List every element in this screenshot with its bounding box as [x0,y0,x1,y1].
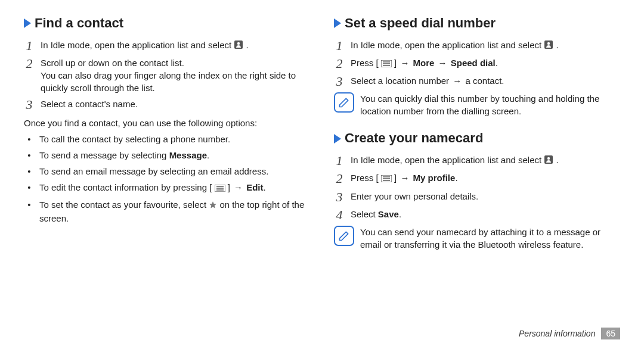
step-item: 2 Press [ ] → My profile. [334,172,620,186]
step-number: 1 [334,39,345,53]
note-text: You can quickly dial this number by touc… [360,92,620,117]
step-item: 3 Select a contact's name. [24,98,310,112]
section-heading: Set a speed dial number [334,14,620,33]
section-find-contact: Find a contact 1 In Idle mode, open the … [24,14,310,225]
steps-list: 1 In Idle mode, open the application lis… [334,154,620,222]
step-text: In Idle mode, open the application list … [351,39,620,52]
list-text: To set the contact as your favourite, se… [39,198,310,225]
step-item: 3 Enter your own personal details. [334,190,620,204]
chevron-right-icon [24,18,31,28]
step-number: 4 [334,208,345,222]
list-text: To edit the contact information by press… [39,181,266,195]
footer-section: Personal information [519,329,595,338]
step-text: Select Save. [351,208,620,220]
list-text: To send an email message by selecting an… [39,165,268,177]
chevron-right-icon [334,18,341,28]
bullet-icon: • [24,181,35,195]
bullet-icon: • [24,133,35,145]
bullet-icon: • [24,165,35,177]
step-item: 4 Select Save. [334,208,620,222]
menu-icon [215,182,225,195]
section-heading: Find a contact [24,14,310,33]
step-number: 3 [24,98,35,112]
contacts-icon [544,155,553,167]
note-box: You can quickly dial this number by touc… [334,92,620,117]
section-title: Find a contact [35,14,123,33]
note-text: You can send your namecard by attaching … [360,226,620,251]
step-text: Press [ ] → My profile. [351,172,620,185]
svg-point-7 [547,42,550,45]
chevron-right-icon [334,134,341,144]
star-icon [209,200,217,212]
page-number: 65 [601,328,620,339]
right-column: Set a speed dial number 1 In Idle mode, … [334,14,620,320]
section-speed-dial: Set a speed dial number 1 In Idle mode, … [334,14,620,117]
paragraph: Once you find a contact, you can use the… [24,117,310,129]
svg-point-13 [547,157,550,160]
list-item: • To set the contact as your favourite, … [24,198,310,225]
step-number: 2 [334,57,345,71]
step-text: Select a location number → a contact. [351,74,620,87]
list-item: • To send an email message by selecting … [24,165,310,177]
step-text: Select a contact's name. [41,98,310,110]
step-text: Press [ ] → More → Speed dial. [351,57,620,70]
contacts-icon [234,40,243,52]
list-text: To call the contact by selecting a phone… [39,133,230,145]
step-number: 3 [334,74,345,89]
step-text: Scroll up or down on the contact list. Y… [41,57,310,94]
step-item: 3 Select a location number → a contact. [334,74,620,89]
svg-point-1 [237,42,240,45]
steps-list: 1 In Idle mode, open the application lis… [24,39,310,112]
step-number: 2 [24,57,35,71]
step-number: 2 [334,172,345,186]
page-footer: Personal information 65 [0,328,644,345]
step-item: 2 Press [ ] → More → Speed dial. [334,57,620,71]
bullet-icon: • [24,149,35,161]
page-content: Find a contact 1 In Idle mode, open the … [0,0,644,328]
step-item: 2 Scroll up or down on the contact list.… [24,57,310,94]
section-namecard: Create your namecard 1 In Idle mode, ope… [334,129,620,251]
list-item: • To send a message by selecting Message… [24,149,310,161]
note-icon [334,92,354,113]
section-title: Set a speed dial number [345,14,496,33]
note-box: You can send your namecard by attaching … [334,226,620,251]
bullet-icon: • [24,198,35,225]
step-item: 1 In Idle mode, open the application lis… [334,39,620,53]
section-title: Create your namecard [345,129,483,148]
section-heading: Create your namecard [334,129,620,148]
step-number: 1 [24,39,35,53]
step-item: 1 In Idle mode, open the application lis… [334,154,620,168]
left-column: Find a contact 1 In Idle mode, open the … [24,14,310,320]
list-item: • To edit the contact information by pre… [24,181,310,195]
step-number: 3 [334,190,345,204]
steps-list: 1 In Idle mode, open the application lis… [334,39,620,89]
step-text: In Idle mode, open the application list … [351,154,620,167]
menu-icon [381,58,392,70]
note-icon [334,226,354,246]
bullet-list: • To call the contact by selecting a pho… [24,133,310,225]
step-text: In Idle mode, open the application list … [41,39,310,52]
list-item: • To call the contact by selecting a pho… [24,133,310,145]
step-text: Enter your own personal details. [351,190,620,202]
step-number: 1 [334,154,345,168]
list-text: To send a message by selecting Message. [39,149,209,161]
menu-icon [381,173,392,185]
contacts-icon [544,40,553,52]
step-item: 1 In Idle mode, open the application lis… [24,39,310,53]
